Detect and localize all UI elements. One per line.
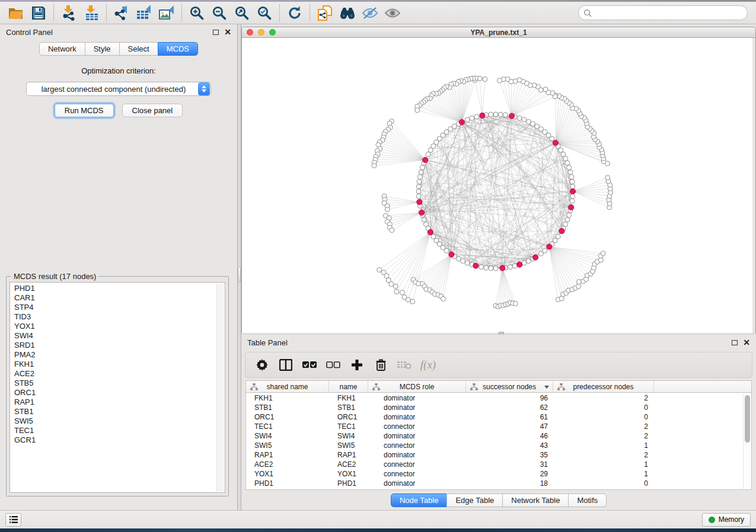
show-column-panel-button[interactable] xyxy=(275,355,296,375)
table-tab-edge-table[interactable]: Edge Table xyxy=(446,493,503,507)
cell-shared-name: YOX1 xyxy=(246,469,329,479)
show-all-button[interactable] xyxy=(381,4,404,23)
import-network-icon xyxy=(61,5,77,21)
table-tab-network-table[interactable]: Network Table xyxy=(502,493,569,507)
mcds-result-item[interactable]: STP4 xyxy=(10,303,216,312)
table-tab-node-table[interactable]: Node Table xyxy=(391,493,448,507)
mcds-result-list[interactable]: PHD1CAR1STP4TID3YOX1SWI4SRD1PMA2FKH1ACE2… xyxy=(9,282,225,493)
import-network-button[interactable] xyxy=(58,4,80,23)
table-row[interactable]: SWI4SWI4dominator462 xyxy=(246,431,743,441)
cell-shared-name: ACE2 xyxy=(246,460,329,469)
table-row[interactable]: YOX1YOX1connector291 xyxy=(246,469,743,479)
search-input[interactable] xyxy=(595,9,742,17)
mcds-result-item[interactable]: STB1 xyxy=(10,407,216,416)
export-image-button[interactable] xyxy=(155,4,178,23)
refresh-icon xyxy=(287,5,302,21)
close-table-panel-icon[interactable]: ✕ xyxy=(743,339,750,345)
mcds-result-item[interactable]: SWI5 xyxy=(10,416,216,426)
column-header-successor-nodes[interactable]: successor nodes xyxy=(466,381,553,392)
table-row[interactable]: FKH1FKH1dominator962 xyxy=(246,393,743,403)
splitter-grip[interactable] xyxy=(238,267,241,283)
column-type-icon xyxy=(470,383,478,390)
tab-network[interactable]: Network xyxy=(39,42,85,56)
column-header-predecessor-nodes[interactable]: predecessor nodes xyxy=(553,381,654,392)
mcds-result-item[interactable]: TEC1 xyxy=(10,426,216,435)
close-panel-icon[interactable]: ✕ xyxy=(224,29,231,35)
table-row[interactable]: RAP1RAP1dominator352 xyxy=(246,450,743,460)
mcds-result-item[interactable]: TID3 xyxy=(10,312,216,322)
table-row[interactable]: STB1STB1dominator620 xyxy=(246,403,743,412)
cell-predecessor-nodes: 1 xyxy=(553,441,654,450)
sort-chevron-icon[interactable] xyxy=(544,386,549,389)
mcds-result-item[interactable]: CAR1 xyxy=(10,293,216,303)
fx-icon: f(x) xyxy=(420,358,436,371)
table-row[interactable]: ORC1ORC1dominator610 xyxy=(246,412,743,422)
add-column-button[interactable] xyxy=(346,355,368,375)
save-icon xyxy=(31,6,46,20)
tab-mcds[interactable]: MCDS xyxy=(158,42,198,56)
run-mcds-button[interactable]: Run MCDS xyxy=(55,104,114,117)
export-table-button[interactable] xyxy=(133,4,155,23)
column-header-MCDS-role[interactable]: MCDS role xyxy=(368,381,466,392)
first-neighbors-button[interactable] xyxy=(336,4,359,23)
search-box[interactable] xyxy=(578,5,748,20)
mcds-result-item[interactable]: ACE2 xyxy=(10,369,216,379)
network-window-titlebar[interactable]: YPA_prune.txt_1 xyxy=(242,27,755,38)
float-panel-icon[interactable] xyxy=(213,30,219,35)
table-tab-motifs[interactable]: Motifs xyxy=(568,493,607,507)
table-row[interactable]: SWI5SWI5connector431 xyxy=(246,441,743,450)
mcds-result-item[interactable]: STB5 xyxy=(10,379,216,388)
column-header-shared-name[interactable]: shared name xyxy=(246,381,329,392)
mcds-result-item[interactable]: ORC1 xyxy=(10,388,216,398)
mcds-result-item[interactable]: GCR1 xyxy=(10,435,216,445)
zoom-in-button[interactable] xyxy=(186,4,208,23)
criterion-dropdown[interactable]: largest connected component (undirected) xyxy=(26,82,211,96)
table-row[interactable]: ACE2ACE2connector311 xyxy=(246,460,743,469)
select-all-button[interactable] xyxy=(299,355,320,375)
import-table-button[interactable] xyxy=(80,4,103,23)
panel-splitter[interactable] xyxy=(237,24,241,510)
hide-selected-button[interactable] xyxy=(359,4,381,23)
mcds-result-item[interactable]: YOX1 xyxy=(10,322,216,331)
table-settings-button[interactable] xyxy=(251,355,273,375)
zoom-fit-button[interactable] xyxy=(231,4,253,23)
task-history-button[interactable] xyxy=(5,513,21,527)
network-canvas[interactable] xyxy=(242,38,752,333)
mcds-result-item[interactable]: RAP1 xyxy=(10,398,216,407)
control-panel: Control Panel ✕ NetworkStyleSelectMCDS O… xyxy=(0,24,237,510)
table-scrollbar-thumb[interactable] xyxy=(745,395,750,443)
mcds-result-item[interactable]: PHD1 xyxy=(10,284,216,293)
cell-successor-nodes: 29 xyxy=(466,469,553,479)
deselect-all-button[interactable] xyxy=(323,355,344,375)
column-type-icon xyxy=(250,383,258,390)
table-body: FKH1FKH1dominator962STB1STB1dominator620… xyxy=(246,393,743,489)
cell-successor-nodes: 43 xyxy=(466,441,553,450)
gear-icon xyxy=(256,359,268,371)
table-scrollbar[interactable] xyxy=(743,393,751,489)
delete-column-button[interactable] xyxy=(370,355,391,375)
open-file-button[interactable] xyxy=(5,4,27,23)
zoom-selected-button[interactable] xyxy=(253,4,276,23)
column-header-name[interactable]: name xyxy=(329,381,368,392)
memory-button[interactable]: Memory xyxy=(702,513,751,527)
checked-boxes-icon xyxy=(302,361,317,368)
mcds-result-item[interactable]: PMA2 xyxy=(10,350,216,360)
table-row[interactable]: PHD1PHD1dominator180 xyxy=(246,479,743,488)
mcds-result-item[interactable]: SRD1 xyxy=(10,341,216,350)
mcds-result-item[interactable]: FKH1 xyxy=(10,360,216,369)
table-row[interactable]: TEC1TEC1connector472 xyxy=(246,422,743,431)
tab-select[interactable]: Select xyxy=(119,42,158,56)
mcds-list-scrollbar[interactable] xyxy=(216,283,224,492)
criterion-value: largest connected component (undirected) xyxy=(27,85,198,94)
export-network-button[interactable] xyxy=(110,4,133,23)
float-table-panel-icon[interactable] xyxy=(732,340,738,345)
cell-shared-name: SWI4 xyxy=(246,431,329,441)
save-session-button[interactable] xyxy=(27,4,50,23)
tab-style[interactable]: Style xyxy=(85,42,120,56)
mcds-result-item[interactable]: SWI4 xyxy=(10,331,216,341)
clone-network-button[interactable] xyxy=(314,4,336,23)
refresh-layout-button[interactable] xyxy=(283,4,306,23)
zoom-out-button[interactable] xyxy=(208,4,231,23)
close-panel-button[interactable]: Close panel xyxy=(122,104,183,117)
cell-MCDS-role: dominator xyxy=(368,403,466,412)
